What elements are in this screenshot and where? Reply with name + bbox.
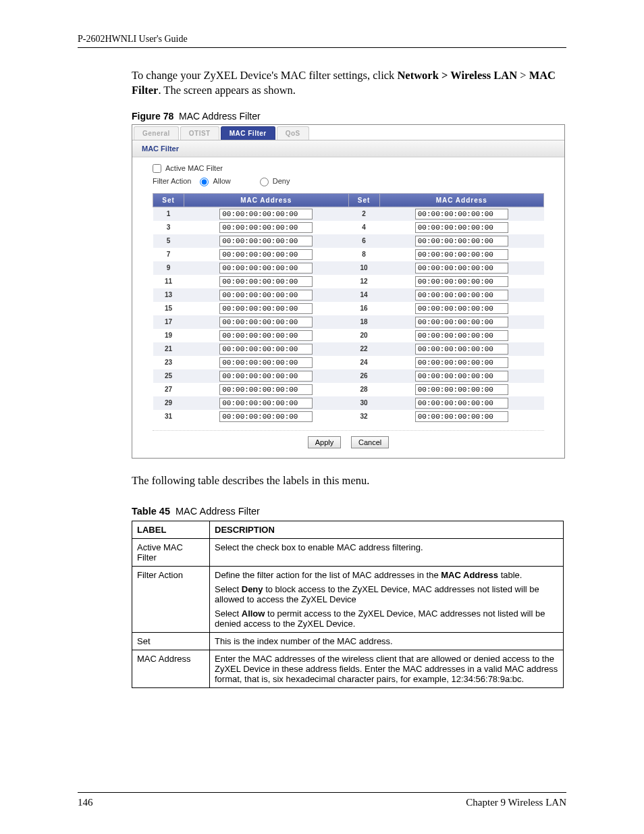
desc-label: Set [132, 632, 210, 650]
set-index: 8 [348, 248, 379, 261]
set-index: 7 [153, 248, 184, 261]
desc-label: Active MAC Filter [132, 538, 210, 566]
set-index: 16 [348, 302, 379, 315]
set-index: 27 [153, 383, 184, 396]
mac-input-31[interactable] [219, 411, 313, 422]
set-index: 14 [348, 288, 379, 302]
cancel-button[interactable]: Cancel [351, 436, 389, 448]
desc-head-label: LABEL [132, 521, 210, 538]
mac-input-15[interactable] [219, 303, 313, 314]
desc-row: MAC AddressEnter the MAC addresses of th… [132, 650, 564, 687]
filter-action-allow-radio[interactable] [200, 178, 209, 186]
mac-input-25[interactable] [219, 371, 313, 382]
mac-input-22[interactable] [415, 344, 508, 355]
mac-input-2[interactable] [415, 209, 508, 219]
set-index: 31 [153, 410, 184, 423]
mac-row: 1516 [153, 302, 544, 315]
filter-action-deny-radio[interactable] [260, 178, 269, 186]
intro-suffix: . The screen appears as shown. [158, 84, 296, 97]
mac-input-4[interactable] [415, 222, 508, 233]
mac-input-19[interactable] [219, 330, 313, 341]
mac-input-8[interactable] [415, 249, 508, 260]
mac-row: 56 [153, 234, 544, 248]
tab-qos[interactable]: QoS [277, 126, 309, 140]
mac-input-5[interactable] [219, 236, 313, 246]
mac-input-7[interactable] [219, 249, 313, 260]
mac-input-24[interactable] [415, 357, 508, 368]
mac-row: 1920 [153, 329, 544, 342]
tab-otist[interactable]: OTIST [180, 126, 219, 140]
panel-title: MAC Filter [132, 140, 564, 157]
mac-input-10[interactable] [415, 263, 508, 273]
mac-address-table: Set MAC Address Set MAC Address 12345678… [153, 193, 544, 423]
intro-paragraph: To change your ZyXEL Device's MAC filter… [132, 68, 566, 99]
desc-label: Filter Action [132, 566, 210, 632]
mac-input-9[interactable] [219, 263, 313, 273]
mac-input-17[interactable] [219, 317, 313, 328]
set-index: 25 [153, 369, 184, 383]
mac-row: 78 [153, 248, 544, 261]
mac-row: 910 [153, 261, 544, 275]
set-index: 11 [153, 275, 184, 288]
mac-row: 2324 [153, 356, 544, 369]
desc-text: This is the index number of the MAC addr… [210, 632, 564, 650]
mac-input-28[interactable] [415, 384, 508, 395]
set-index: 2 [348, 207, 379, 221]
intro-mid: > [517, 69, 529, 82]
mac-input-30[interactable] [415, 398, 508, 409]
desc-row: SetThis is the index number of the MAC a… [132, 632, 564, 650]
set-index: 22 [348, 342, 379, 356]
set-index: 20 [348, 329, 379, 342]
mac-row: 34 [153, 221, 544, 234]
tab-mac-filter[interactable]: MAC Filter [221, 126, 275, 140]
desc-row: Active MAC FilterSelect the check box to… [132, 538, 564, 566]
mac-input-14[interactable] [415, 290, 508, 301]
mac-input-13[interactable] [219, 290, 313, 301]
set-index: 32 [348, 410, 379, 423]
apply-button[interactable]: Apply [308, 436, 342, 448]
router-ui-frame: GeneralOTISTMAC FilterQoS MAC Filter Act… [132, 124, 565, 459]
filter-action-deny-label: Deny [273, 177, 290, 185]
set-index: 4 [348, 221, 379, 234]
mac-input-6[interactable] [415, 236, 508, 246]
mac-input-16[interactable] [415, 303, 508, 314]
set-index: 13 [153, 288, 184, 302]
mac-input-26[interactable] [415, 371, 508, 382]
set-index: 9 [153, 261, 184, 275]
mac-input-11[interactable] [219, 276, 313, 287]
mac-input-32[interactable] [415, 411, 508, 422]
desc-label: MAC Address [132, 650, 210, 687]
mac-input-1[interactable] [219, 209, 313, 219]
mac-input-18[interactable] [415, 317, 508, 328]
chapter-label: Chapter 9 Wireless LAN [466, 797, 566, 808]
mac-row: 2728 [153, 383, 544, 396]
filter-action-label: Filter Action [153, 177, 191, 185]
intro-prefix: To change your ZyXEL Device's MAC filter… [132, 69, 397, 82]
figure-title: MAC Address Filter [179, 111, 261, 122]
set-index: 17 [153, 315, 184, 329]
set-index: 10 [348, 261, 379, 275]
mac-row: 3132 [153, 410, 544, 423]
set-index: 28 [348, 383, 379, 396]
mac-input-23[interactable] [219, 357, 313, 368]
mac-row: 2930 [153, 396, 544, 410]
tab-general[interactable]: General [134, 126, 179, 140]
description-table: LABEL DESCRIPTION Active MAC FilterSelec… [132, 521, 564, 688]
mac-input-21[interactable] [219, 344, 313, 355]
set-index: 24 [348, 356, 379, 369]
desc-head-desc: DESCRIPTION [210, 521, 564, 538]
set-index: 23 [153, 356, 184, 369]
mac-input-27[interactable] [219, 384, 313, 395]
active-mac-filter-checkbox[interactable] [153, 164, 161, 173]
set-index: 29 [153, 396, 184, 410]
desc-text: Define the filter action for the list of… [210, 566, 564, 632]
mac-input-3[interactable] [219, 222, 313, 233]
desc-text: Enter the MAC addresses of the wireless … [210, 650, 564, 687]
mac-row: 2526 [153, 369, 544, 383]
mac-input-29[interactable] [219, 398, 313, 409]
mac-input-12[interactable] [415, 276, 508, 287]
col-mac-left: MAC Address [184, 193, 349, 207]
table-caption: Table 45 MAC Address Filter [132, 506, 566, 517]
mac-input-20[interactable] [415, 330, 508, 341]
set-index: 5 [153, 234, 184, 248]
